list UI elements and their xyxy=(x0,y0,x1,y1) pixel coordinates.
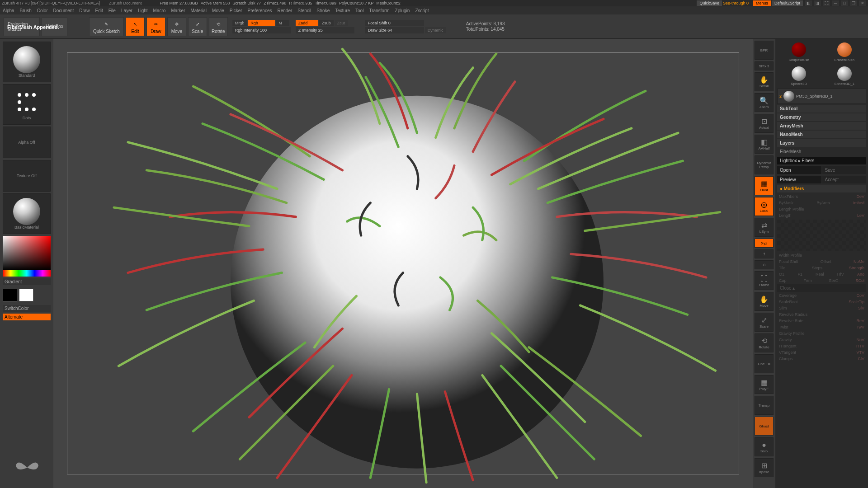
quicksave-button[interactable]: QuickSave xyxy=(697,0,722,6)
actual-button[interactable]: ⊡Actual xyxy=(755,114,774,133)
gizmo-z-button[interactable]: ⊙ xyxy=(755,260,774,269)
dynamic-toggle[interactable]: Dynamic xyxy=(425,27,446,33)
viewport[interactable] xyxy=(53,39,753,488)
menu-transform[interactable]: Transform xyxy=(369,8,389,13)
zcut-toggle[interactable]: Zcut xyxy=(335,20,348,26)
section-fibermesh[interactable]: FiberMesh xyxy=(777,148,866,155)
preview-button[interactable]: Preview xyxy=(777,176,821,183)
section-geometry[interactable]: Geometry xyxy=(777,113,866,121)
close-button[interactable]: Close ▴ xyxy=(777,284,866,292)
menus-button[interactable]: Menus xyxy=(753,0,771,6)
xyz-button[interactable]: Xyz xyxy=(755,239,774,248)
rotate-button[interactable]: ⟲ Rotate xyxy=(209,17,228,36)
zoom-button[interactable]: 🔍Zoom xyxy=(755,93,774,112)
section-modifiers[interactable]: ● Modifiers xyxy=(777,185,866,192)
menu-file[interactable]: File xyxy=(108,8,116,13)
rgb-toggle[interactable]: Rgb xyxy=(248,20,275,26)
zsub-toggle[interactable]: Zsub xyxy=(319,20,334,26)
thumb-simplebrush[interactable]: SimpleBrush xyxy=(788,42,810,62)
length-curve[interactable] xyxy=(777,220,866,251)
menu-zplugin[interactable]: Zplugin xyxy=(395,8,410,13)
menu-texture[interactable]: Texture xyxy=(335,8,350,13)
menu-macro[interactable]: Macro xyxy=(153,8,166,13)
menu-movie[interactable]: Movie xyxy=(212,8,224,13)
thumb-sphere3d1[interactable]: Sphere3D_1 xyxy=(833,66,856,86)
menu-edit[interactable]: Edit xyxy=(95,8,103,13)
color-picker[interactable] xyxy=(3,236,51,277)
fit-icon[interactable]: ⛶ xyxy=(823,0,830,6)
nav-move-button[interactable]: ✋Move xyxy=(755,292,774,311)
menu-color[interactable]: Color xyxy=(37,8,48,13)
gradient-toggle[interactable]: Gradient xyxy=(3,278,51,285)
brush-slot[interactable]: Standard xyxy=(3,42,51,82)
material-slot[interactable]: BasicMaterial xyxy=(3,193,51,234)
frame-button[interactable]: ⛶Frame xyxy=(755,271,774,290)
menu-draw[interactable]: Draw xyxy=(79,8,90,13)
thumb-eraserbrush[interactable]: EraserBrush xyxy=(833,42,856,62)
menu-alpha[interactable]: Alpha xyxy=(3,8,14,13)
menu-brush[interactable]: Brush xyxy=(20,8,32,13)
ghost-button[interactable]: Ghost xyxy=(755,417,774,436)
lightbox-fibers-button[interactable]: Lightbox ▸ Fibers xyxy=(777,157,866,164)
section-subtool[interactable]: SubTool xyxy=(777,105,866,113)
see-through-label[interactable]: See-through 0 xyxy=(723,1,749,5)
m-toggle[interactable]: M xyxy=(276,20,289,26)
menu-stroke[interactable]: Stroke xyxy=(316,8,330,13)
alternate-button[interactable]: Alternate xyxy=(3,314,51,320)
focal-shift-slider[interactable]: Focal Shift 0 xyxy=(365,20,424,26)
dock-right-icon[interactable]: ◨ xyxy=(814,0,821,6)
rgb-intensity-slider[interactable]: Rgb Intensity 100 xyxy=(232,27,291,33)
menu-material[interactable]: Material xyxy=(191,8,207,13)
section-arraymesh[interactable]: ArrayMesh xyxy=(777,122,866,130)
gizmo-y-button[interactable]: ↥ xyxy=(755,249,774,258)
edit-button[interactable]: ↖ Edit xyxy=(126,17,145,36)
scale-button[interactable]: ⤢ Scale xyxy=(188,17,207,36)
swatch-black[interactable] xyxy=(3,289,17,301)
menu-tool[interactable]: Tool xyxy=(355,8,363,13)
alpha-slot[interactable]: Alpha Off xyxy=(3,127,51,158)
menu-render[interactable]: Render xyxy=(278,8,292,13)
close-icon[interactable]: ✕ xyxy=(859,0,866,6)
active-subtool[interactable]: 2PM3D_Sphere3D_1 xyxy=(777,89,866,104)
bpr-button[interactable]: BPR xyxy=(755,41,774,60)
quicksketch-button[interactable]: ✎ Quick Sketch xyxy=(89,17,124,36)
persp-button[interactable]: DynamicPersp xyxy=(755,155,774,174)
zadd-toggle[interactable]: Zadd xyxy=(296,20,318,26)
maximize-icon[interactable]: □ xyxy=(841,0,848,6)
swatch-white[interactable] xyxy=(19,289,33,301)
hue-bar[interactable] xyxy=(3,270,51,277)
floor-button[interactable]: ▦Floor xyxy=(755,176,774,195)
transp-button[interactable]: Transp xyxy=(755,396,774,415)
mrgb-toggle[interactable]: Mrgb xyxy=(232,20,247,26)
scroll-button[interactable]: ✋Scroll xyxy=(755,72,774,91)
solo-button[interactable]: ●Solo xyxy=(755,437,774,456)
linefill-button[interactable]: Line Fill xyxy=(755,354,774,373)
draw-button[interactable]: ✏ Draw xyxy=(146,17,165,36)
z-intensity-slider[interactable]: Z Intensity 25 xyxy=(296,27,354,33)
stroke-slot[interactable]: Dots xyxy=(3,84,51,125)
section-layers[interactable]: Layers xyxy=(777,139,866,147)
thumb-sphere3d[interactable]: Sphere3D xyxy=(788,66,810,86)
save-button[interactable]: Save xyxy=(822,166,867,174)
lsym-button[interactable]: ⇄LSym xyxy=(755,218,774,237)
local-button[interactable]: ◎Local xyxy=(755,197,774,216)
menu-marker[interactable]: Marker xyxy=(171,8,185,13)
menu-light[interactable]: Light xyxy=(138,8,148,13)
aahalf-button[interactable]: ◧AAHalf xyxy=(755,135,774,154)
spix-slider[interactable]: SPix 3 xyxy=(755,61,774,70)
polyf-button[interactable]: ▦PolyF xyxy=(755,375,774,394)
draw-size-slider[interactable]: Draw Size 64 xyxy=(365,27,424,33)
section-nanomesh[interactable]: NanoMesh xyxy=(777,131,866,138)
open-button[interactable]: Open xyxy=(777,166,821,174)
nav-scale-button[interactable]: ⤢Scale xyxy=(755,313,774,332)
menu-preferences[interactable]: Preferences xyxy=(248,8,272,13)
minimize-icon[interactable]: ─ xyxy=(832,0,839,6)
menu-layer[interactable]: Layer xyxy=(121,8,132,13)
default-script[interactable]: DefaultZScript xyxy=(772,0,803,6)
xpose-button[interactable]: ⊞Xpose xyxy=(755,458,774,477)
accept-button[interactable]: Accept xyxy=(822,176,867,183)
nav-rotate-button[interactable]: ⟲Rotate xyxy=(755,333,774,352)
dock-left-icon[interactable]: ◧ xyxy=(805,0,812,6)
texture-slot[interactable]: Texture Off xyxy=(3,160,51,192)
menu-picker[interactable]: Picker xyxy=(230,8,242,13)
